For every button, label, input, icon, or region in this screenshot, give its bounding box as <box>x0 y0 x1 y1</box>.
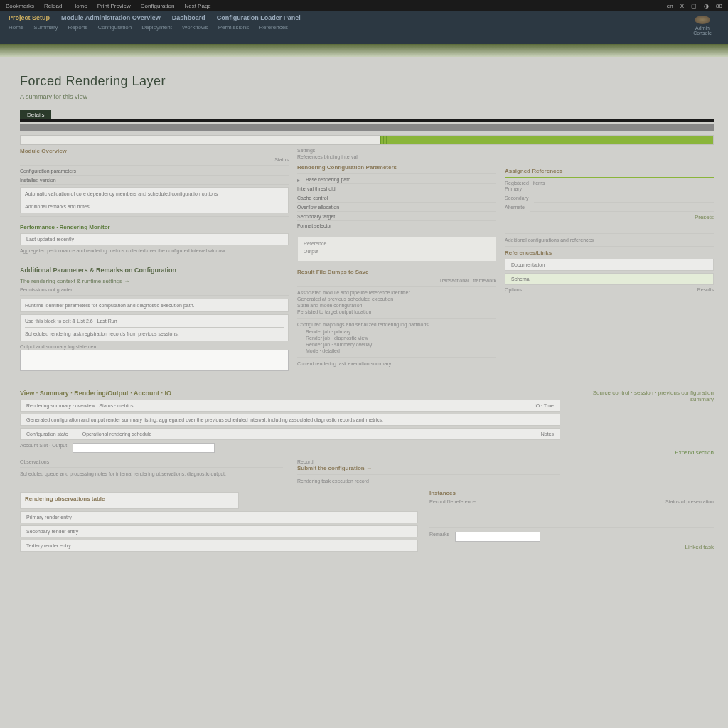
panel-title: Result File Dumps to Save <box>297 269 496 275</box>
topbar-icon[interactable]: ◑ <box>704 3 709 9</box>
list-item[interactable]: Alternate <box>505 205 525 211</box>
col-header: Status of presentation <box>665 499 714 504</box>
table-cell <box>429 511 714 518</box>
text-line: Additional configurations and references <box>505 237 714 243</box>
nav-secondary-item[interactable]: Workflows <box>182 24 208 31</box>
os-topbar: Bookmarks Reload Home Print Preview Conf… <box>0 0 728 11</box>
col-header: Record file reference <box>429 499 476 504</box>
data-row: Rendering summary · overview · Status · … <box>20 400 560 412</box>
topbar-item[interactable]: Next Page <box>184 3 210 9</box>
list-row[interactable]: Schema <box>505 273 714 285</box>
chevron-right-icon: ▸ <box>297 177 300 184</box>
note-label: Permissions not granted <box>20 287 289 292</box>
nav-secondary-item[interactable]: Permissions <box>218 24 250 31</box>
panel-title: Module Overview <box>20 148 289 154</box>
field[interactable]: Base rendering path <box>306 177 496 184</box>
text-line: References binding interval <box>297 154 496 160</box>
field: Configuration parameters <box>20 168 289 176</box>
text-line: Rendering task execution record <box>297 478 560 484</box>
panel-title: Assigned References <box>505 168 714 174</box>
list-item: Mode · detailed <box>306 348 496 354</box>
field[interactable]: Secondary target <box>297 214 496 221</box>
logo-text: Admin Console <box>688 26 717 36</box>
text-line: Persisted to target output location <box>297 309 496 315</box>
field-label: Settings <box>297 148 496 153</box>
table-row: Primary render entry <box>20 511 418 523</box>
nav-secondary-item[interactable]: Configuration <box>98 24 132 31</box>
panel-title: Rendering Configuration Parameters <box>297 164 496 171</box>
app-navbar: Project Setup Module Administration Over… <box>0 11 728 44</box>
field-label: Status <box>20 157 289 162</box>
panel-title: Submit the configuration → <box>297 465 560 471</box>
panel-title: References/Links <box>505 250 714 256</box>
table-cell <box>429 520 714 528</box>
topbar-item[interactable]: Reload <box>44 3 62 9</box>
info-box: Runtime identifier parameters for comput… <box>20 299 289 312</box>
nav-secondary-item[interactable]: References <box>259 24 288 31</box>
nav-secondary-item[interactable]: Reports <box>68 24 88 31</box>
text-line: Generated at previous scheduled executio… <box>297 296 496 302</box>
topbar-item[interactable]: Bookmarks <box>6 3 34 9</box>
footer-label[interactable]: Options <box>505 287 522 292</box>
expand-link[interactable]: Expand section <box>572 449 714 456</box>
topbar-icon[interactable]: ▢ <box>691 3 697 9</box>
page-subtitle: A summary for this view <box>20 93 714 100</box>
panel-title: Instances <box>429 490 714 496</box>
side-label[interactable]: Linked task <box>429 544 714 550</box>
panel-body: Aggregated performance and rendering met… <box>20 247 289 254</box>
list-item[interactable]: Secondary <box>505 196 528 202</box>
nav-primary-item[interactable]: Configuration Loader Panel <box>217 14 301 21</box>
field[interactable]: Overflow allocation <box>297 205 496 212</box>
footer-label[interactable]: Presets <box>505 214 714 220</box>
app-logo: Admin Console <box>688 16 717 37</box>
field-label: Account Slot · Output <box>20 443 67 452</box>
notes-textarea[interactable] <box>20 350 289 371</box>
tabstrip: Details <box>20 110 714 131</box>
field[interactable]: Interval threshold <box>297 186 496 193</box>
list-item: Render job · summary overlay <box>306 341 496 348</box>
text-input[interactable] <box>455 532 540 542</box>
meta-bar: Last updated recently <box>20 233 289 245</box>
header-gradient <box>0 44 728 57</box>
list-row[interactable]: Documentation <box>505 259 714 271</box>
text-line: Configured mappings and serialized rende… <box>297 321 496 328</box>
topbar-item[interactable]: Home <box>72 3 87 9</box>
nav-primary-item[interactable]: Project Setup <box>9 14 50 21</box>
table-row: Secondary render entry <box>20 525 418 537</box>
logo-icon <box>695 16 710 24</box>
nav-secondary-item[interactable]: Summary <box>33 24 58 31</box>
nav-secondary-item[interactable]: Deployment <box>141 24 172 31</box>
table-header: Rendering observations table <box>20 492 239 509</box>
list-item: Render job · diagnostic view <box>306 335 496 341</box>
text-line: Output and summary log statement. <box>20 343 289 350</box>
field[interactable]: Cache control <box>297 196 496 203</box>
lang-indicator[interactable]: en <box>667 3 673 9</box>
info-box: Use this block to edit & List 2.6 · Last… <box>20 314 289 341</box>
list-item: Render job · primary <box>306 328 496 335</box>
close-icon[interactable]: X <box>680 3 684 9</box>
field-label: Remarks <box>429 532 449 541</box>
tab-details[interactable]: Details <box>20 110 51 119</box>
topbar-item[interactable]: Configuration <box>141 3 175 9</box>
nav-primary-item[interactable]: Module Administration Overview <box>61 14 161 21</box>
small-panel: Reference Output <box>297 236 496 262</box>
list-item[interactable]: Primary <box>505 186 522 193</box>
field-label: Observations <box>20 459 283 464</box>
meta-label: Registered · items <box>505 181 714 186</box>
footer-label[interactable]: Results <box>697 287 714 292</box>
panel-title: Performance · Rendering Monitor <box>20 224 289 230</box>
page-title: Forced Rendering Layer <box>20 74 714 89</box>
section-heading: View · Summary · Rendering/Output · Acco… <box>20 387 560 400</box>
field[interactable]: Format selector <box>297 223 496 230</box>
field-label: Record <box>297 459 560 464</box>
nav-primary-item[interactable]: Dashboard <box>172 14 205 21</box>
count-badge: 88 <box>716 3 722 9</box>
text-input[interactable] <box>73 443 215 453</box>
nav-secondary-item[interactable]: Home <box>9 24 23 31</box>
side-label: Source control · session · previous conf… <box>572 390 714 402</box>
table-row: Tertiary render entry <box>20 540 418 552</box>
field: Installed version <box>20 178 289 185</box>
text-line: Current rendering task execution summary <box>297 360 496 367</box>
topbar-item[interactable]: Print Preview <box>97 3 131 9</box>
text-line: State and mode configuration <box>297 302 496 309</box>
